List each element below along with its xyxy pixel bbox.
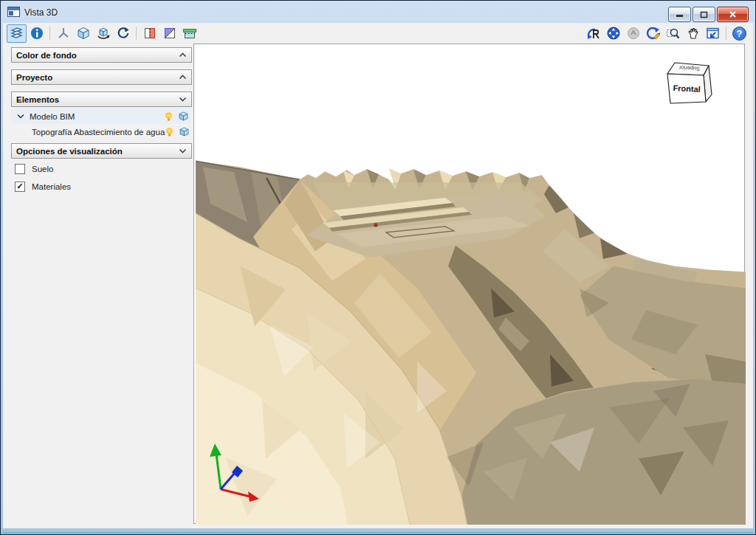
panel-header-elementos[interactable]: Elementos xyxy=(11,92,192,107)
cube-3d-button[interactable] xyxy=(73,24,93,43)
section-plane-diagonal-button[interactable] xyxy=(159,24,179,43)
previous-view-icon xyxy=(586,27,601,40)
pan-hand-icon xyxy=(687,27,700,40)
checkbox-label: Suelo xyxy=(32,165,53,173)
panel-label: Elementos xyxy=(16,95,59,104)
zoom-window-button[interactable] xyxy=(663,24,683,43)
suelo-checkbox[interactable] xyxy=(15,164,25,174)
view-cube-front-label: Frontal xyxy=(673,83,701,94)
zoom-extents-icon xyxy=(607,27,620,40)
minimize-icon xyxy=(676,11,684,18)
tree-row-modelo-bim[interactable]: Modelo BIM xyxy=(11,108,190,124)
cube-3d-icon xyxy=(77,27,90,40)
minimize-button[interactable] xyxy=(668,7,691,22)
section-plane-x-icon xyxy=(143,27,157,40)
toolbar-separator xyxy=(49,27,50,40)
panel-label: Proyecto xyxy=(16,73,52,82)
solid-view-cube-icon[interactable] xyxy=(179,111,188,121)
view-cube[interactable]: Superior Frontal xyxy=(662,56,716,111)
app-window-icon xyxy=(7,7,20,18)
maximize-button[interactable] xyxy=(693,7,715,22)
y-axis-arrow xyxy=(221,466,243,489)
panel-label: Opciones de visualización xyxy=(16,147,123,156)
section-plane-top-icon xyxy=(182,27,197,40)
panel-header-proyecto[interactable]: Proyecto xyxy=(11,69,192,85)
client-area: Color de fondo Proyecto Elementos xyxy=(3,44,753,528)
terrain-mesh xyxy=(196,46,746,525)
tree-expand-icon[interactable] xyxy=(17,114,24,119)
checkbox-label: Materiales xyxy=(32,182,71,191)
zoom-extents-button[interactable] xyxy=(603,24,623,43)
panel-label: Color de fondo xyxy=(16,51,77,60)
help-icon: ? xyxy=(732,27,746,41)
z-axis-arrow xyxy=(210,443,221,489)
toolbar-separator xyxy=(136,27,137,40)
orbit-cube-icon xyxy=(96,27,111,40)
tree-item-label: Topografía Abastecimiento de agua xyxy=(32,128,165,137)
info-icon xyxy=(30,27,44,40)
layers-button[interactable] xyxy=(7,24,27,43)
checkbox-row-materiales[interactable]: ✓ Materiales xyxy=(11,179,192,194)
fit-window-button[interactable] xyxy=(703,24,723,43)
chevron-down-icon xyxy=(179,97,187,102)
close-icon xyxy=(729,11,737,18)
layers-icon xyxy=(10,27,24,40)
maximize-icon xyxy=(700,11,708,18)
section-plane-top-button[interactable] xyxy=(179,24,199,43)
chevron-up-icon xyxy=(179,75,187,80)
pan-hand-button[interactable] xyxy=(683,24,703,43)
rotate-view-icon xyxy=(117,27,130,40)
main-toolbar: ? xyxy=(3,23,753,44)
visibility-bulb-icon[interactable] xyxy=(164,111,173,122)
rotate-view-button[interactable] xyxy=(113,24,133,43)
x-axis-arrow xyxy=(221,489,259,502)
axes-tripod-icon xyxy=(57,27,70,40)
info-button[interactable] xyxy=(27,24,47,43)
visibility-bulb-icon[interactable] xyxy=(165,127,174,137)
redraw-button[interactable] xyxy=(643,24,663,43)
chevron-up-icon xyxy=(179,52,187,58)
zoom-selection-disabled-button xyxy=(623,24,643,43)
svg-text:?: ? xyxy=(737,29,742,39)
materiales-checkbox[interactable]: ✓ xyxy=(15,182,25,192)
tree-row-topografia[interactable]: Topografía Abastecimiento de agua xyxy=(11,124,190,139)
help-button[interactable]: ? xyxy=(729,24,749,43)
tree-item-label: Modelo BIM xyxy=(30,112,75,121)
close-button[interactable] xyxy=(717,7,749,22)
panel-header-opciones-visualizacion[interactable]: Opciones de visualización xyxy=(11,143,192,159)
app-window: Vista 3D xyxy=(0,0,756,535)
axis-gizmo xyxy=(203,418,271,507)
zoom-selection-disabled-icon xyxy=(627,27,640,40)
axes-tripod-button[interactable] xyxy=(53,24,73,43)
previous-view-button[interactable] xyxy=(583,24,603,43)
panel-header-color-de-fondo[interactable]: Color de fondo xyxy=(11,47,192,63)
window-title: Vista 3D xyxy=(24,7,58,18)
title-bar[interactable]: Vista 3D xyxy=(3,1,753,23)
redraw-icon xyxy=(646,27,661,40)
viewport-3d[interactable]: Superior Frontal xyxy=(193,44,745,524)
section-plane-x-button[interactable] xyxy=(140,24,159,43)
toolbar-separator xyxy=(726,27,726,40)
sidebar: Color de fondo Proyecto Elementos xyxy=(3,44,193,528)
chevron-down-icon xyxy=(179,148,187,153)
section-plane-diagonal-icon xyxy=(163,27,176,40)
checkbox-row-suelo[interactable]: Suelo xyxy=(11,161,192,176)
orbit-cube-button[interactable] xyxy=(93,24,113,43)
solid-view-cube-icon[interactable] xyxy=(179,127,189,137)
fit-window-icon xyxy=(706,27,720,40)
zoom-window-icon xyxy=(666,27,680,40)
